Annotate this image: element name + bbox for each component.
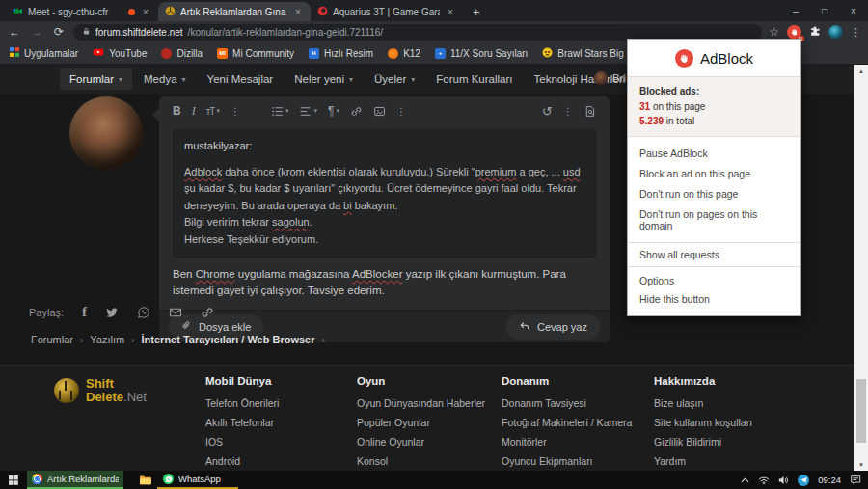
image-icon[interactable] bbox=[373, 105, 386, 118]
more-icon[interactable]: ⋮ bbox=[231, 106, 240, 117]
tab-close-icon[interactable]: × bbox=[292, 6, 304, 17]
editor-body[interactable]: mustakilyazar: Adblock daha önce (krom e… bbox=[159, 125, 610, 310]
footer-link[interactable]: Fotoğraf Makineleri / Kamera bbox=[502, 417, 632, 436]
italic-icon[interactable]: I bbox=[192, 104, 196, 119]
footer-link[interactable]: Popüler Oyunlar bbox=[357, 417, 485, 436]
start-button[interactable] bbox=[0, 471, 27, 489]
footer-link[interactable]: Yardım bbox=[654, 455, 752, 471]
adblock-menu-item[interactable]: Don't run on pages on this domain bbox=[628, 204, 800, 236]
footer-link[interactable]: Donanım Tavsiyesi bbox=[502, 397, 632, 417]
scrollbar-thumb[interactable] bbox=[856, 379, 866, 443]
bookmark-item[interactable]: Uygulamalar bbox=[10, 47, 78, 59]
footer-link[interactable]: Monitörler bbox=[502, 436, 632, 455]
browser-tab[interactable]: Aquarius 3T | Game Garaj× bbox=[311, 2, 463, 21]
footer-link[interactable]: Oyuncu Ekipmanları bbox=[502, 455, 632, 471]
footer-link[interactable]: Online Oyunlar bbox=[357, 436, 485, 455]
more-icon[interactable]: ⋮ bbox=[396, 106, 406, 117]
taskbar-whatsapp-label: WhatsApp bbox=[178, 474, 221, 484]
page-scrollbar[interactable]: ▲ ▼ bbox=[854, 65, 868, 471]
show-all-requests[interactable]: Show all requests bbox=[628, 243, 800, 266]
align-icon[interactable]: ▾ bbox=[299, 105, 317, 118]
facebook-icon[interactable]: f bbox=[82, 304, 87, 320]
bookmark-item[interactable]: YouTube bbox=[93, 46, 147, 60]
browser-tab[interactable]: Artık Reklamlardan Gına Geldi | S× bbox=[158, 2, 311, 21]
adblock-extension-icon[interactable]: 31 bbox=[787, 25, 801, 40]
adblock-menu-item[interactable]: Block an ad on this page bbox=[628, 164, 800, 184]
url-host: forum.shiftdelete.net bbox=[95, 27, 183, 38]
telegram-icon[interactable] bbox=[798, 475, 809, 486]
footer-link[interactable]: Bize ulaşın bbox=[654, 397, 752, 417]
volume-icon[interactable] bbox=[778, 475, 789, 485]
nav-item-yeni-mesajlar[interactable]: Yeni Mesajlar bbox=[198, 68, 284, 90]
undo-icon[interactable]: ↺ bbox=[542, 104, 553, 119]
clock[interactable]: 09:24 bbox=[818, 475, 841, 485]
scrollbar-down-arrow[interactable]: ▼ bbox=[854, 458, 868, 471]
reload-button[interactable]: ⟳ bbox=[51, 25, 67, 39]
bookmark-star-icon[interactable]: ☆ bbox=[769, 25, 779, 39]
bookmark-item[interactable]: HHızlı Resim bbox=[309, 48, 373, 59]
paragraph-icon[interactable]: ¶▾ bbox=[328, 104, 339, 118]
tab-close-icon[interactable]: × bbox=[140, 6, 151, 17]
tab-close-icon[interactable]: × bbox=[445, 6, 456, 17]
footer-link[interactable]: Site kullanım koşulları bbox=[654, 417, 752, 436]
address-bar[interactable]: forum.shiftdelete.net/konular/artik-rekl… bbox=[73, 24, 762, 41]
nav-item-label: Medya bbox=[144, 73, 177, 85]
bookmark-item[interactable]: MIMi Community bbox=[217, 48, 294, 59]
hide-this-button[interactable]: Hide this button bbox=[628, 290, 800, 309]
nav-item--yeler[interactable]: Üyeler▾ bbox=[365, 68, 424, 90]
taskbar-explorer-button[interactable] bbox=[132, 471, 157, 489]
reply-text[interactable]: Ben Chrome uygulama mağazasına AdBlocker… bbox=[173, 266, 596, 301]
adblock-menu-item[interactable]: Don't run on this page bbox=[628, 184, 800, 204]
twitter-icon[interactable] bbox=[105, 306, 119, 319]
link-icon[interactable] bbox=[350, 105, 363, 118]
bookmark-item[interactable]: +11/X Soru Sayıları bbox=[435, 48, 528, 59]
footer-link[interactable]: Konsol bbox=[357, 455, 485, 471]
font-size-icon[interactable]: тT▾ bbox=[206, 106, 220, 117]
minimize-button[interactable]: – bbox=[781, 0, 810, 21]
forward-button[interactable]: → bbox=[29, 25, 44, 39]
breadcrumb-item[interactable]: Yazılım bbox=[90, 334, 124, 345]
bookmark-item[interactable]: K12 bbox=[388, 48, 420, 59]
reply-submit-button[interactable]: Cevap yaz bbox=[506, 314, 600, 340]
nav-item-medya[interactable]: Medya▾ bbox=[134, 68, 196, 90]
link-icon[interactable] bbox=[201, 306, 214, 319]
extensions-puzzle-icon[interactable] bbox=[809, 23, 821, 41]
footer-link[interactable]: Gizlilik Bildirimi bbox=[654, 436, 752, 455]
adblock-options[interactable]: Options bbox=[628, 272, 800, 290]
breadcrumb-item[interactable]: İnternet Tarayıcıları / Web Browser bbox=[142, 334, 315, 345]
taskbar-chrome-window[interactable]: Artık Reklamlardan Gı... bbox=[27, 471, 123, 489]
browser-tab[interactable]: Meet - sgy-cthu-cfr× bbox=[6, 2, 158, 21]
footer-link[interactable]: Akıllı Telefonlar bbox=[205, 417, 279, 436]
nav-item-neler-yeni[interactable]: Neler yeni▾ bbox=[285, 68, 363, 90]
whatsapp-icon[interactable] bbox=[137, 306, 150, 319]
site-logo[interactable]: Shift Delete.Net bbox=[54, 377, 147, 403]
bold-icon[interactable]: B bbox=[173, 104, 181, 118]
footer-link[interactable]: Oyun Dünyasından Haberler bbox=[357, 397, 485, 417]
scrollbar-up-arrow[interactable]: ▲ bbox=[854, 65, 868, 77]
nav-item-forum-kurallar-[interactable]: Forum Kuralları bbox=[426, 68, 522, 90]
new-tab-button[interactable]: + bbox=[463, 2, 490, 21]
back-button[interactable]: ← bbox=[7, 25, 22, 39]
bookmark-item[interactable]: Dizilla bbox=[161, 48, 203, 59]
wifi-icon[interactable] bbox=[758, 475, 770, 485]
nav-user[interactable]: Bri bbox=[594, 71, 626, 85]
user-avatar[interactable] bbox=[69, 96, 143, 170]
chevron-up-icon[interactable] bbox=[741, 477, 749, 483]
footer-link[interactable]: IOS bbox=[205, 436, 279, 455]
footer-link[interactable]: Android bbox=[205, 455, 279, 471]
maximize-button[interactable]: □ bbox=[810, 0, 839, 21]
list-icon[interactable]: ▾ bbox=[271, 105, 289, 118]
profile-avatar[interactable] bbox=[828, 25, 843, 40]
more-icon[interactable]: ⋮ bbox=[563, 106, 573, 117]
close-button[interactable]: × bbox=[839, 0, 868, 21]
notification-center-icon[interactable] bbox=[850, 475, 861, 485]
breadcrumb-item[interactable]: Forumlar bbox=[31, 334, 73, 345]
nav-item-label: Üyeler bbox=[374, 73, 406, 85]
preview-icon[interactable] bbox=[583, 105, 596, 118]
taskbar-whatsapp-button[interactable]: WhatsApp bbox=[157, 471, 238, 489]
email-icon[interactable] bbox=[169, 307, 182, 318]
footer-link[interactable]: Telefon Önerileri bbox=[205, 397, 279, 417]
browser-menu-icon[interactable]: ⋮ bbox=[851, 26, 861, 39]
adblock-menu-item[interactable]: Pause AdBlock bbox=[628, 144, 800, 164]
nav-item-forumlar[interactable]: Forumlar▾ bbox=[60, 68, 132, 90]
